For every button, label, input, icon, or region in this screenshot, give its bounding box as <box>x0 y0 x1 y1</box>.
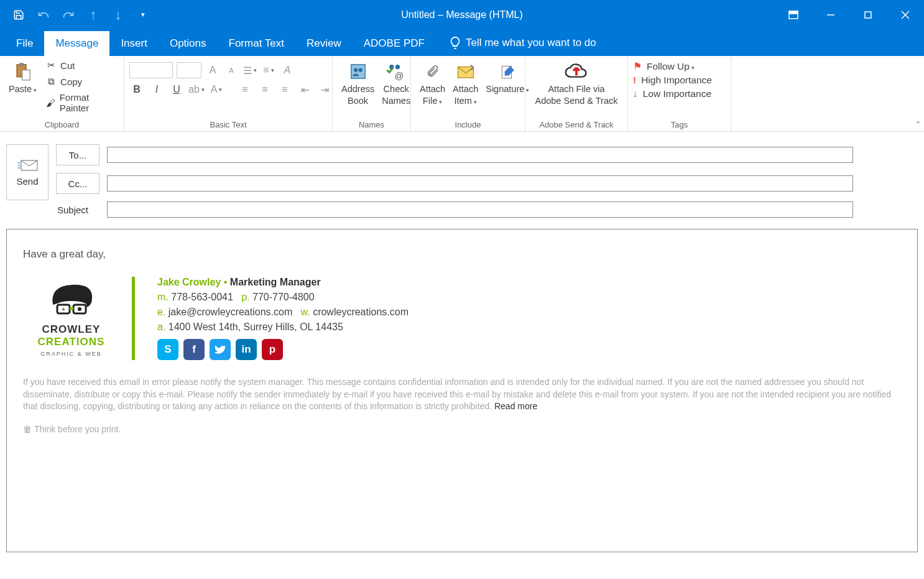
italic-icon[interactable]: I <box>149 82 164 97</box>
maximize-button[interactable] <box>849 0 887 29</box>
linkedin-icon[interactable]: in <box>236 339 257 360</box>
tell-me-search[interactable]: Tell me what you want to do <box>448 36 596 56</box>
address-book-button[interactable]: Address Book <box>338 58 378 108</box>
next-item-icon[interactable]: ↓ <box>107 4 129 26</box>
lightbulb-icon <box>448 36 462 50</box>
signature-title: Marketing Manager <box>230 277 321 287</box>
prev-item-icon[interactable]: ↑ <box>82 4 104 26</box>
close-button[interactable] <box>887 0 924 29</box>
ribbon: Paste ✂Cut ⧉Copy 🖌Format Painter Clipboa… <box>0 56 924 132</box>
cut-button[interactable]: ✂Cut <box>43 58 119 72</box>
basic-text-group-label: Basic Text <box>129 118 327 131</box>
send-button[interactable]: Send <box>6 144 49 200</box>
minimize-button[interactable] <box>812 0 849 29</box>
avatar-icon: + <box>44 280 99 323</box>
grow-font-icon[interactable]: A <box>205 63 220 78</box>
highlight-icon[interactable]: ab <box>189 82 204 97</box>
clear-format-icon[interactable]: A <box>280 63 295 78</box>
align-center-icon[interactable]: ≡ <box>257 82 272 97</box>
think-before-print: 🗑 Think before you print. <box>23 424 901 434</box>
low-importance-button[interactable]: ↓Low Importance <box>633 88 712 100</box>
attach-item-button[interactable]: Attach Item <box>449 58 482 108</box>
website: crowleycreations.com <box>313 307 409 317</box>
attach-file-button[interactable]: Attach File <box>416 58 449 108</box>
save-icon[interactable] <box>7 4 30 26</box>
copy-icon: ⧉ <box>45 76 57 87</box>
bold-icon[interactable]: B <box>129 82 144 97</box>
subject-label: Subject <box>56 205 99 215</box>
collapse-ribbon-icon[interactable]: ˄ <box>916 120 920 130</box>
trash-icon: 🗑 <box>23 424 32 434</box>
undo-icon[interactable] <box>32 4 55 26</box>
to-input[interactable] <box>107 147 853 163</box>
customize-qat-icon[interactable]: ▾ <box>132 4 154 26</box>
align-right-icon[interactable]: ≡ <box>277 82 292 97</box>
follow-up-button[interactable]: ⚑Follow Up <box>633 61 712 72</box>
paste-button[interactable]: Paste <box>5 58 40 96</box>
signature-name: Jake Crowley <box>157 277 221 287</box>
check-names-button[interactable]: @ Check Names <box>378 58 414 108</box>
titlebar: ↑ ↓ ▾ Untitled – Message (HTML) <box>0 0 924 29</box>
font-size-select[interactable] <box>177 62 201 78</box>
numbering-icon[interactable]: ≡ <box>261 63 276 78</box>
envelope-icon <box>16 159 39 172</box>
address-book-icon <box>349 60 367 83</box>
skype-icon[interactable]: S <box>157 339 178 360</box>
cc-input[interactable] <box>107 175 853 192</box>
arrow-down-icon: ↓ <box>633 88 638 100</box>
tab-review[interactable]: Review <box>295 31 353 56</box>
scissors-icon: ✂ <box>45 60 57 71</box>
tab-adobe-pdf[interactable]: ADOBE PDF <box>353 31 436 56</box>
align-left-icon[interactable]: ≡ <box>238 82 252 97</box>
high-importance-button[interactable]: !High Importance <box>633 75 712 86</box>
tab-file[interactable]: File <box>5 31 44 56</box>
redo-icon[interactable] <box>57 4 80 26</box>
font-name-select[interactable] <box>129 62 173 78</box>
include-group-label: Include <box>416 118 520 131</box>
subject-input[interactable] <box>107 201 853 218</box>
svg-rect-7 <box>19 63 24 66</box>
bullets-icon[interactable]: ☰ <box>243 63 257 78</box>
tab-options[interactable]: Options <box>159 31 218 56</box>
tab-format-text[interactable]: Format Text <box>218 31 295 56</box>
quick-access-toolbar: ↑ ↓ ▾ <box>0 4 154 26</box>
message-body[interactable]: Have a great day, + CROWLEYCREATIONS GRA… <box>6 229 918 552</box>
to-button[interactable]: To... <box>56 144 99 165</box>
email-signature: + CROWLEYCREATIONS GRAPHIC & WEB Jake Cr… <box>23 277 901 360</box>
clipboard-group-label: Clipboard <box>5 118 119 131</box>
signature-logo: + CROWLEYCREATIONS GRAPHIC & WEB <box>23 277 119 360</box>
paperclip-icon <box>426 60 440 83</box>
tags-group-label: Tags <box>633 118 726 131</box>
twitter-icon[interactable] <box>210 339 231 360</box>
facebook-icon[interactable]: f <box>183 339 205 360</box>
window-controls <box>775 0 924 29</box>
window-title: Untitled – Message (HTML) <box>401 9 523 21</box>
tell-me-label: Tell me what you want to do <box>466 37 596 49</box>
svg-rect-9 <box>351 65 365 79</box>
compose-header: Send To... Cc... Subject <box>0 132 924 218</box>
send-label: Send <box>16 176 38 187</box>
svg-point-25 <box>78 307 81 311</box>
read-more-link[interactable]: Read more <box>494 401 537 411</box>
decrease-indent-icon[interactable]: ⇤ <box>297 82 312 97</box>
format-painter-button[interactable]: 🖌Format Painter <box>43 91 119 114</box>
svg-text:@: @ <box>395 71 404 81</box>
font-color-icon[interactable]: A <box>209 82 224 97</box>
office-phone: 770-770-4800 <box>252 292 315 302</box>
address: 1400 West 14th, Surrey Hills, OL 14435 <box>169 322 343 332</box>
pinterest-icon[interactable]: p <box>262 339 283 360</box>
adobe-group-label: Adobe Send & Track <box>530 118 622 131</box>
paste-icon <box>14 60 32 83</box>
underline-icon[interactable]: U <box>169 82 184 97</box>
tab-insert[interactable]: Insert <box>109 31 159 56</box>
shrink-font-icon[interactable]: A <box>224 63 239 78</box>
adobe-cloud-icon <box>564 60 589 83</box>
svg-rect-3 <box>865 12 871 18</box>
copy-button[interactable]: ⧉Copy <box>43 75 119 88</box>
ribbon-display-icon[interactable] <box>775 0 812 29</box>
exclaim-icon: ! <box>633 75 636 86</box>
cc-button[interactable]: Cc... <box>56 173 99 194</box>
increase-indent-icon[interactable]: ⇥ <box>317 82 332 97</box>
tab-message[interactable]: Message <box>44 31 109 56</box>
adobe-attach-button[interactable]: Attach File via Adobe Send & Track <box>532 58 622 108</box>
